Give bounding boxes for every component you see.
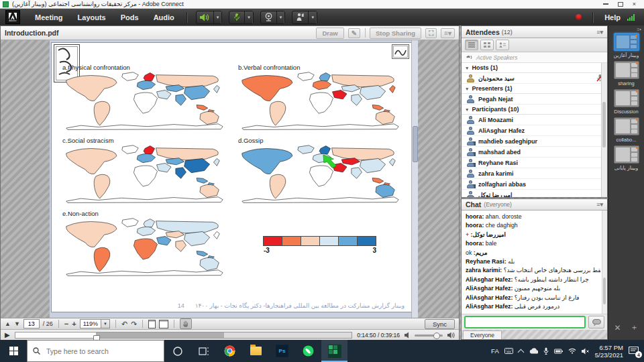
pointer-tool-icon[interactable]: ✎ (348, 28, 360, 38)
fit-page-icon[interactable] (148, 320, 156, 328)
zoom-dropdown-icon[interactable]: ▼ (101, 320, 109, 328)
add-layout-icon[interactable]: ＋ (631, 322, 639, 333)
sync-button[interactable]: Sync (425, 319, 455, 329)
close-button[interactable]: × (633, 1, 636, 7)
attendee-row[interactable]: zolfaghari abbas (462, 179, 607, 190)
help-menu[interactable]: Help (604, 13, 621, 21)
chat-input[interactable] (464, 316, 586, 328)
maximize-button[interactable] (618, 2, 623, 7)
fit-width-icon[interactable] (159, 320, 168, 328)
document-scrollbar-thumb[interactable] (413, 126, 418, 162)
layout-item[interactable]: وبینار پایانی (614, 145, 639, 171)
microphone-button[interactable]: ▾ (229, 11, 254, 24)
layout-item[interactable]: sharing (614, 61, 639, 86)
chat-scrollbar-thumb[interactable] (603, 278, 606, 304)
status-view-button[interactable] (496, 40, 509, 50)
photoshop-button[interactable]: Ps (269, 340, 295, 362)
attendees-pod-menu-icon[interactable]: ≡▾ (596, 29, 603, 36)
layout-item[interactable]: Discussion (614, 89, 639, 115)
attendee-row[interactable]: امیررضا توکل (462, 190, 607, 197)
page-up-button[interactable]: ▲ (5, 320, 11, 327)
attendees-scrollbar-thumb[interactable] (602, 102, 606, 147)
microphone-dropdown[interactable]: ▾ (244, 11, 253, 23)
attendee-row[interactable]: سید محمودیان (462, 73, 607, 84)
fullscreen-icon[interactable]: ⛶ (425, 28, 437, 38)
chat-pod-menu-icon[interactable]: ≡▾ (596, 201, 603, 208)
search-input[interactable] (45, 347, 148, 356)
menu-pods[interactable]: Pods (114, 11, 146, 24)
speaker-button[interactable]: ▾ (196, 11, 223, 24)
zoom-in-button[interactable]: + (72, 320, 76, 327)
action-center-button[interactable]: 4 (629, 347, 639, 355)
file-explorer-button[interactable] (243, 340, 269, 362)
layout-thumbnail[interactable] (614, 89, 639, 107)
page-down-button[interactable]: ▼ (14, 320, 20, 327)
tray-mic-icon[interactable] (543, 347, 549, 355)
whatsapp-button[interactable] (295, 340, 321, 362)
rotate-left-icon[interactable]: ↶ (121, 320, 127, 327)
list-view-button[interactable] (465, 40, 478, 50)
close-layout-icon[interactable]: ✕ (614, 323, 621, 333)
menu-audio[interactable]: Audio (147, 11, 181, 24)
onedrive-icon[interactable] (529, 348, 538, 354)
rotate-right-icon[interactable]: ↷ (131, 320, 137, 327)
speaker-dropdown[interactable]: ▾ (213, 11, 222, 23)
draw-button[interactable]: Draw (316, 27, 343, 39)
play-button[interactable]: ▶ (5, 332, 10, 339)
hand-tool-button[interactable] (180, 318, 192, 329)
attendee-row[interactable]: zahra karimi (462, 168, 607, 179)
raise-hand-button[interactable]: ▾ (292, 11, 317, 24)
stop-sharing-button[interactable]: Stop Sharing (370, 27, 421, 39)
menu-meeting[interactable]: Meeting (28, 11, 70, 24)
language-indicator[interactable]: FA (491, 347, 499, 355)
volume-mute-icon[interactable] (405, 332, 410, 339)
chat-scrollbar[interactable] (602, 210, 607, 314)
attendee-row[interactable]: Ali Moazami (462, 115, 607, 125)
battery-icon[interactable] (554, 349, 563, 354)
send-message-button[interactable] (588, 316, 604, 328)
taskbar-clock[interactable]: 6:57 PM 5/23/2021 (595, 344, 623, 359)
volume-loud-icon[interactable] (447, 332, 455, 339)
chrome-taskbar-button[interactable] (217, 340, 243, 362)
webcam-dropdown[interactable]: ▾ (276, 11, 285, 23)
grid-view-button[interactable] (480, 40, 494, 50)
minimize-button[interactable] (603, 3, 608, 5)
layout-thumbnail[interactable] (614, 145, 639, 164)
webcam-button[interactable]: ▾ (260, 11, 286, 24)
attendee-group-header[interactable]: ▼Presenters (1) (462, 84, 607, 94)
layouts-menu-icon[interactable]: ≡▾ (637, 27, 641, 33)
attendee-row[interactable]: Reyhane Rasi (462, 158, 607, 168)
zoom-out-button[interactable]: − (64, 320, 68, 327)
taskbar-search[interactable] (27, 340, 164, 362)
attendee-group-header[interactable]: ▼Hosts (1) (462, 63, 607, 73)
attendee-row[interactable]: AliAsghar Hafez (462, 125, 607, 136)
layout-item[interactable]: وبینار آغازین (614, 33, 639, 58)
zoom-level-select[interactable]: 119% ▼ (80, 319, 110, 328)
adobe-connect-taskbar-button[interactable] (321, 340, 347, 362)
layout-thumbnail[interactable] (614, 117, 639, 135)
volume-knob[interactable] (433, 333, 440, 339)
wifi-icon[interactable] (568, 348, 576, 354)
connection-signal-icon[interactable] (627, 13, 635, 21)
attendee-group-header[interactable]: ▼Participants (10) (462, 105, 607, 115)
layout-item[interactable]: collabo... (614, 117, 639, 143)
tray-expand-icon[interactable] (517, 349, 524, 355)
menu-layouts[interactable]: Layouts (71, 11, 113, 24)
volume-slider[interactable] (415, 335, 443, 337)
attendee-row[interactable]: mahdieb sadeghipur (462, 136, 607, 147)
layout-thumbnail[interactable] (614, 61, 639, 79)
document-scrollbar[interactable] (411, 40, 418, 318)
attendee-row[interactable]: Pegah Nejat (462, 94, 607, 105)
active-speakers-row[interactable]: Active Speakers (462, 52, 607, 63)
attendee-row[interactable]: mahshad abed (462, 147, 607, 158)
keyboard-icon[interactable] (504, 348, 513, 354)
seek-bar[interactable] (15, 332, 352, 339)
tab-everyone[interactable]: Everyone (463, 330, 502, 339)
cortana-button[interactable] (164, 340, 191, 362)
page-number-input[interactable] (23, 319, 40, 328)
pod-menu-icon[interactable]: ≡▾ (441, 28, 455, 38)
tray-volume-icon[interactable] (582, 348, 590, 355)
raise-hand-dropdown[interactable]: ▾ (308, 11, 317, 23)
task-view-button[interactable] (191, 340, 217, 362)
start-button[interactable] (0, 340, 27, 362)
